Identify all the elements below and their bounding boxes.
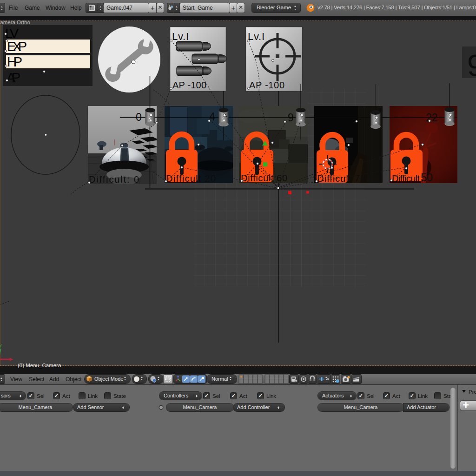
svg-text:0: 0	[136, 111, 142, 123]
svg-text:Lv.I: Lv.I	[172, 31, 189, 42]
svg-text:Difficult: 0: Difficult: 0	[89, 174, 139, 185]
svg-text:Difficult 20: Difficult 20	[166, 173, 216, 184]
svg-text:LV: LV	[5, 26, 19, 41]
svg-text:AP -100: AP -100	[249, 80, 284, 90]
svg-text:AP -100: AP -100	[172, 80, 206, 90]
svg-text:Lv.I: Lv.I	[248, 31, 264, 42]
svg-text:HP: HP	[7, 54, 22, 69]
svg-text:Y: Y	[0, 344, 2, 350]
svg-text:9: 9	[467, 49, 476, 82]
svg-text:9: 9	[288, 112, 294, 124]
svg-text:Difficult 70: Difficult 70	[317, 173, 365, 184]
svg-text:4: 4	[209, 111, 215, 123]
svg-text:AP: AP	[7, 70, 20, 85]
svg-text:Difficult 60: Difficult 60	[241, 173, 287, 183]
svg-text:Difficult: Difficult	[392, 173, 420, 184]
svg-text:EXP: EXP	[7, 39, 27, 54]
svg-text:50: 50	[421, 171, 433, 184]
svg-text:22: 22	[426, 112, 438, 124]
